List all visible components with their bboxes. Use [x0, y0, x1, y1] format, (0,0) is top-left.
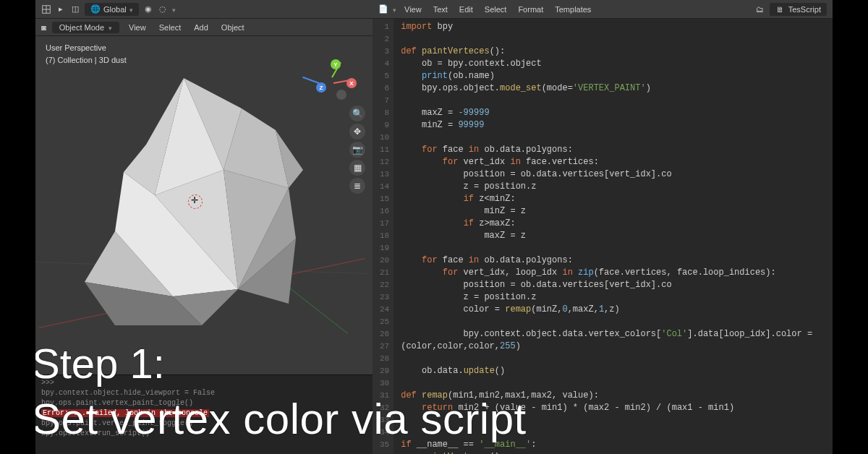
cursor-tool-icon[interactable]: ▸	[56, 4, 66, 14]
viewport-3d[interactable]: User Perspective (7) Collection | 3D dus…	[35, 36, 373, 374]
snap-icon[interactable]: ◉	[143, 4, 153, 14]
gizmo-x-ball[interactable]: X	[346, 78, 357, 88]
layers-icon[interactable]: ≣	[349, 178, 365, 194]
collection-label: (7) Collection | 3D dust	[46, 54, 127, 67]
menu-text[interactable]: Text	[430, 4, 451, 15]
gizmo-z-ball[interactable]: Z	[316, 82, 326, 93]
chevron-down-icon	[172, 5, 176, 14]
camera-view-icon[interactable]: 📷	[349, 142, 365, 158]
viewport-mode-bar: ◙ Object Mode View Select Add Object	[35, 19, 373, 36]
viewport-side-tools: 🔍 ✥ 📷 ▦ ≣	[349, 106, 365, 194]
mode-dropdown[interactable]: Object Mode	[52, 22, 119, 33]
chevron-down-icon	[393, 5, 396, 14]
code-editor[interactable]: 1234567891011121314151617181920212223242…	[373, 19, 833, 454]
menu-format[interactable]: Format	[514, 4, 547, 15]
menu-object[interactable]: Object	[218, 22, 248, 33]
code-content[interactable]: import bpy def paintVerteces(): ob = bpy…	[393, 19, 833, 454]
overlay-subtitle: Set vertex color via script	[32, 394, 527, 444]
zoom-icon[interactable]: 🔍	[349, 106, 365, 121]
menu-view[interactable]: View	[401, 4, 425, 15]
gizmo-y-ball[interactable]: Y	[331, 59, 341, 69]
perspective-label: User Perspective	[46, 42, 127, 54]
chevron-down-icon	[109, 23, 112, 32]
select-box-icon[interactable]: ◫	[70, 4, 80, 14]
menu-select[interactable]: Select	[481, 4, 511, 15]
transform-orientation-dropdown[interactable]: 🌐 Global	[85, 3, 139, 16]
file-name-label: TesScript	[788, 5, 821, 14]
perspective-toggle-icon[interactable]: ▦	[349, 160, 365, 176]
mode-icon[interactable]: ◙	[41, 23, 46, 32]
line-number-gutter: 1234567891011121314151617181920212223242…	[373, 19, 393, 454]
menu-view[interactable]: View	[125, 22, 150, 33]
transform-orientation-label: Global	[103, 5, 127, 14]
mode-label: Object Mode	[59, 23, 104, 32]
chevron-down-icon	[129, 5, 133, 14]
globe-icon: 🌐	[90, 4, 101, 14]
file-browse-icon[interactable]: 🗂	[755, 4, 765, 14]
open-file-dropdown[interactable]: 🗎 TesScript	[770, 3, 827, 16]
menu-templates[interactable]: Templates	[551, 4, 595, 15]
editor-type-icon[interactable]: 📄	[378, 4, 388, 14]
editor-type-icon[interactable]	[41, 4, 51, 14]
viewport-main-toolbar: ▸ ◫ 🌐 Global ◉ ◌	[35, 0, 373, 19]
document-icon: 🗎	[775, 4, 786, 14]
overlay-title: Step 1:	[32, 339, 165, 387]
black-bar-left	[0, 0, 35, 454]
viewport-info: User Perspective (7) Collection | 3D dus…	[46, 42, 127, 66]
navigation-gizmo[interactable]: X Y Z	[312, 53, 358, 100]
menu-add[interactable]: Add	[190, 22, 212, 33]
proportional-edit-icon[interactable]: ◌	[158, 4, 168, 14]
text-editor-pane: 📄 View Text Edit Select Format Templates…	[373, 0, 833, 454]
editor-toolbar: 📄 View Text Edit Select Format Templates…	[373, 0, 833, 19]
gizmo-neg-ball[interactable]	[336, 90, 346, 100]
menu-select[interactable]: Select	[156, 22, 185, 33]
menu-edit[interactable]: Edit	[456, 4, 477, 15]
move-view-icon[interactable]: ✥	[349, 124, 365, 140]
black-bar-right	[833, 0, 868, 454]
